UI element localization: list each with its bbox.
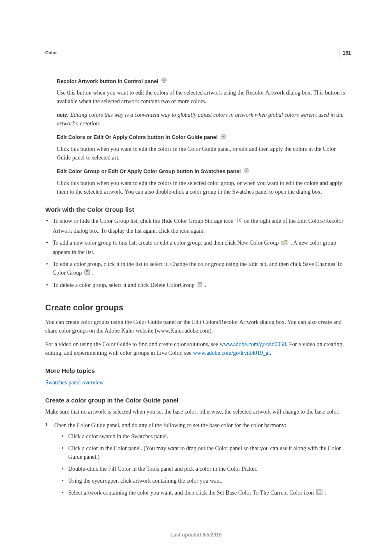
svg-point-3: [222, 136, 224, 137]
sub-text: Click a color in the Color panel. (You m…: [68, 445, 341, 460]
subhead-work-list: Work with the Color Group list: [45, 205, 347, 215]
create-intro: Make sure that no artwork is selected wh…: [45, 407, 347, 416]
svg-rect-7: [86, 270, 88, 272]
list-item: To show or hide the Color Group list, cl…: [45, 217, 347, 235]
breadcrumb: Color: [45, 49, 347, 56]
text: .: [270, 350, 272, 356]
section-body: You can create color groups using the Co…: [45, 318, 347, 335]
section-head-create: Create color groups: [45, 301, 347, 314]
def-body-recolor: Use this button when you want to edit th…: [57, 88, 347, 106]
save-changes-icon: [84, 269, 90, 278]
step-text: Open the Color Guide panel, and do any o…: [54, 422, 286, 428]
subhead-more-help: More Help topics: [45, 366, 347, 376]
def-term-recolor: Recolor Artwork button in Control panel: [57, 78, 158, 84]
list-item: To add a new color group to this list, c…: [45, 238, 347, 256]
link-lrvid4019[interactable]: www.adobe.com/go/lrvid4019_ai: [193, 350, 270, 356]
list-item: Click a color in the Color panel. (You m…: [62, 444, 347, 461]
delete-color-group-icon: [197, 281, 203, 290]
svg-point-5: [246, 170, 247, 171]
bullet-text: .: [205, 282, 206, 288]
list-item: Double-click the Fill Color in the Tools…: [62, 465, 347, 473]
def-body-edit-colors: Click this button when you want to edit …: [57, 145, 347, 162]
svg-rect-9: [198, 282, 202, 283]
link-swatches-overview[interactable]: Swatches panel overview: [45, 379, 104, 386]
note-text: : Editing colors this way is a convenien…: [57, 112, 343, 127]
step-number: 1: [45, 421, 48, 428]
set-base-color-icon: [316, 489, 323, 497]
sub-text: .: [325, 490, 327, 496]
svg-rect-10: [316, 490, 322, 495]
new-color-group-icon: [281, 239, 288, 248]
color-wheel-icon: [161, 77, 167, 86]
bullet-text: To show or hide the Color Group list, cl…: [53, 218, 235, 224]
svg-point-1: [163, 79, 165, 81]
section-body-links: For a video on using the Color Guide to …: [45, 340, 347, 357]
list-item: Using the eyedropper, click artwork cont…: [62, 476, 347, 485]
sub-text: Select artwork containing the color you …: [68, 490, 315, 496]
sub-text: Using the eyedropper, click artwork cont…: [68, 478, 222, 484]
footer-last-updated: Last updated 6/5/2015: [0, 531, 392, 539]
def-body-edit-group: Click this button when you want to edit …: [57, 179, 347, 196]
def-term-edit-group: Edit Color Group or Edit Or Apply Color …: [57, 168, 241, 174]
note-recolor: note: Editing colors this way is a conve…: [57, 111, 347, 128]
page-number: 161: [339, 49, 351, 57]
link-vid0058[interactable]: www.adobe.com/go/vid0058: [220, 341, 286, 347]
color-wheel-icon: [243, 167, 250, 176]
color-wheel-icon: [220, 133, 226, 142]
def-term-edit-colors: Edit Colors or Edit Or Apply Colors butt…: [57, 134, 218, 140]
hide-storage-icon: [236, 217, 242, 227]
step-1: 1 Open the Color Guide panel, and do any…: [45, 421, 347, 497]
list-item: To edit a color group, click it in the l…: [45, 260, 347, 278]
note-label: note: [57, 112, 67, 118]
sub-text: Double-click the Fill Color in the Tools…: [68, 466, 258, 472]
sub-text: Click a color swatch in the Swatches pan…: [68, 433, 168, 439]
bullet-text: To edit a color group, click it in the l…: [53, 261, 343, 276]
subhead-create-guide: Create a color group in the Color Guide …: [45, 396, 347, 405]
list-item: Click a color swatch in the Swatches pan…: [62, 432, 347, 441]
bullet-text: To add a new color group to this list, c…: [53, 240, 280, 246]
svg-rect-8: [198, 283, 201, 287]
bullet-text: .: [92, 270, 94, 276]
list-item: Select artwork containing the color you …: [62, 488, 347, 497]
list-item: To delete a color group, select it and c…: [45, 281, 347, 290]
bullet-text: To delete a color group, select it and c…: [53, 282, 196, 288]
text: For a video on using the Color Guide to …: [45, 341, 220, 347]
